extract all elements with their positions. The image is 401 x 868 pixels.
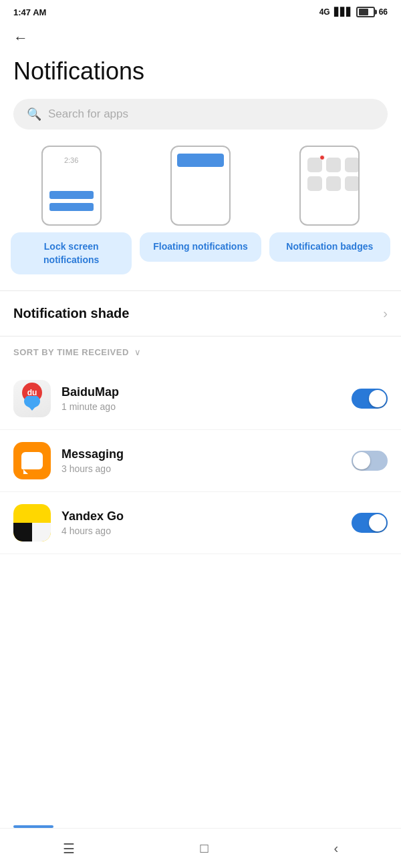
back-button[interactable]: ←	[0, 21, 401, 52]
messaging-time: 3 hours ago	[61, 463, 341, 474]
illus-float-banner	[177, 154, 224, 167]
page-title: Notifications	[0, 52, 401, 99]
illus-time: 2:36	[64, 156, 78, 164]
chevron-right-icon: ›	[383, 306, 388, 321]
baidumap-toggle[interactable]	[352, 389, 388, 409]
yandex-toggle-knob	[369, 514, 386, 531]
baidumap-name: BaiduMap	[61, 385, 341, 399]
floating-option[interactable]: Floating notifications	[140, 146, 261, 274]
yandex-black-quad	[13, 523, 32, 541]
app-list: du BaiduMap 1 minute ago Messaging 3 hou…	[0, 368, 401, 554]
lock-screen-option[interactable]: 2:36 Lock screen notifications	[11, 146, 132, 274]
status-right: 4G ▋▋▋ 66	[319, 7, 388, 17]
svg-marker-1	[27, 405, 37, 411]
sort-chevron-icon: ∨	[134, 347, 141, 357]
badge-icon-6	[345, 176, 360, 191]
floating-illustration	[170, 146, 231, 226]
baidumap-time: 1 minute ago	[61, 401, 341, 412]
badge-icon-1	[307, 158, 322, 172]
search-icon: 🔍	[27, 107, 41, 122]
sort-label: SORT BY TIME RECEIVED	[13, 347, 129, 357]
battery-cap	[375, 10, 377, 15]
app-row-baidumap[interactable]: du BaiduMap 1 minute ago	[0, 368, 401, 430]
status-bar: 1:47 AM 4G ▋▋▋ 66	[0, 0, 401, 21]
yandex-info: Yandex Go 4 hours ago	[61, 509, 341, 536]
messaging-info: Messaging 3 hours ago	[61, 447, 341, 474]
badge-icon-4	[307, 176, 322, 191]
messaging-bubble	[21, 452, 43, 469]
illus-notif-bar2	[49, 203, 94, 211]
yandex-icon	[13, 504, 51, 541]
yandex-toggle[interactable]	[352, 513, 388, 533]
lock-screen-illustration: 2:36	[41, 146, 102, 226]
app-row-yandex[interactable]: Yandex Go 4 hours ago	[0, 492, 401, 554]
yandex-white-quad	[32, 523, 51, 541]
nav-menu-button[interactable]: ☰	[49, 835, 88, 862]
badge-icon-5	[326, 176, 341, 191]
lock-screen-button[interactable]: Lock screen notifications	[11, 232, 132, 274]
illus-notif-bar1	[49, 191, 94, 199]
battery-label: 66	[379, 7, 388, 17]
messaging-name: Messaging	[61, 447, 341, 461]
search-placeholder: Search for apps	[48, 107, 128, 121]
app-row-messaging[interactable]: Messaging 3 hours ago	[0, 430, 401, 492]
messaging-icon	[13, 442, 51, 479]
search-bar[interactable]: 🔍 Search for apps	[13, 99, 388, 130]
notification-options: 2:36 Lock screen notifications Floating …	[0, 146, 401, 290]
messaging-toggle-knob	[353, 452, 370, 469]
battery-icon	[356, 7, 375, 17]
badge-illustration	[299, 146, 360, 226]
status-time: 1:47 AM	[13, 7, 46, 17]
network-label: 4G	[319, 7, 330, 17]
badge-icon-3	[345, 158, 360, 172]
battery-fill	[359, 9, 368, 15]
badge-option[interactable]: Notification badges	[269, 146, 390, 274]
badge-dot-1	[319, 155, 325, 160]
nav-back-button[interactable]: ‹	[320, 835, 352, 861]
baidumap-toggle-knob	[369, 390, 386, 407]
notification-shade-row[interactable]: Notification shade ›	[0, 291, 401, 336]
yandex-time: 4 hours ago	[61, 525, 341, 536]
back-icon: ←	[13, 29, 28, 46]
baidumap-info: BaiduMap 1 minute ago	[61, 385, 341, 412]
yandex-name: Yandex Go	[61, 509, 341, 523]
messaging-toggle[interactable]	[352, 451, 388, 471]
badge-icon-2	[326, 158, 341, 172]
signal-icon: ▋▋▋	[334, 7, 352, 17]
baidu-map-pin	[21, 396, 43, 413]
notification-shade-label: Notification shade	[13, 306, 129, 321]
badge-button[interactable]: Notification badges	[269, 232, 390, 262]
baidumap-icon: du	[13, 380, 51, 417]
bottom-nav: ☰ □ ‹	[0, 828, 401, 868]
floating-button[interactable]: Floating notifications	[140, 232, 261, 262]
nav-home-button[interactable]: □	[187, 835, 222, 861]
sort-bar[interactable]: SORT BY TIME RECEIVED ∨	[0, 337, 401, 368]
